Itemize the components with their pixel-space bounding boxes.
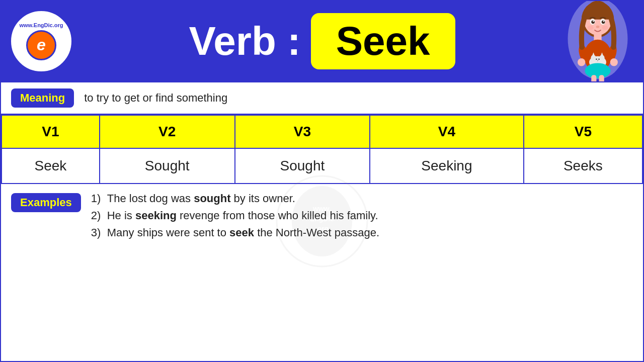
verb-word: Seek <box>336 18 430 64</box>
content-area: www. EngDic .org Meaning to try to get o… <box>1 81 643 361</box>
col-v4: V4 <box>370 115 523 148</box>
svg-point-24 <box>603 21 605 22</box>
col-v5: V5 <box>524 115 642 148</box>
svg-point-14 <box>598 59 600 60</box>
table-header-row: V1 V2 V3 V4 V5 <box>2 115 642 148</box>
verb-highlight-box: Seek <box>311 13 455 69</box>
col-v1: V1 <box>2 115 100 148</box>
example-text-2: He is seeking revenge from those who kil… <box>107 209 378 222</box>
svg-point-7 <box>610 58 618 66</box>
bold-seek: seek <box>229 226 254 239</box>
col-v3: V3 <box>235 115 370 148</box>
cell-v5: Seeks <box>524 148 642 184</box>
cell-v4: Seeking <box>370 148 523 184</box>
svg-point-15 <box>585 63 611 78</box>
list-item: 2) He is seeking revenge from those who … <box>91 209 379 222</box>
examples-section: Examples 1) The lost dog was sought by i… <box>1 184 643 361</box>
page-container: www.EngDic.org e Verb : Seek <box>0 0 644 362</box>
header-title: Verb : <box>189 18 300 64</box>
example-text-3: Many ships were sent to seek the North-W… <box>107 226 379 239</box>
logo-e-circle: e <box>26 30 56 60</box>
girl-illustration <box>557 1 638 81</box>
bold-seeking: seeking <box>135 209 177 222</box>
svg-point-26 <box>588 26 594 30</box>
example-num-3: 3) <box>91 226 103 239</box>
table-data-row: Seek Sought Sought Seeking Seeks <box>2 148 642 184</box>
verb-forms-table: V1 V2 V3 V4 V5 Seek Sought Sought Seekin… <box>1 115 643 184</box>
col-v2: V2 <box>100 115 235 148</box>
example-num-1: 1) <box>91 192 103 205</box>
list-item: 1) The lost dog was sought by its owner. <box>91 192 379 205</box>
cell-v3: Sought <box>235 148 370 184</box>
logo: www.EngDic.org e <box>11 11 71 71</box>
example-num-2: 2) <box>91 209 103 222</box>
svg-rect-16 <box>591 75 596 81</box>
svg-point-10 <box>599 55 604 61</box>
logo-text: www.EngDic.org <box>20 22 63 29</box>
cell-v2: Sought <box>100 148 235 184</box>
meaning-row: Meaning to try to get or find something <box>1 81 643 115</box>
examples-badge: Examples <box>11 193 81 212</box>
logo-e-letter: e <box>37 36 46 54</box>
svg-rect-17 <box>599 75 604 81</box>
svg-point-6 <box>578 58 585 66</box>
svg-point-23 <box>593 21 594 22</box>
cell-v1: Seek <box>2 148 100 184</box>
list-item: 3) Many ships were sent to seek the Nort… <box>91 226 379 239</box>
bold-sought-1: sought <box>194 192 230 205</box>
meaning-text: to try to get or find something <box>84 92 227 105</box>
header: www.EngDic.org e Verb : Seek <box>1 1 643 81</box>
example-text-1: The lost dog was sought by its owner. <box>107 192 295 205</box>
girl-svg <box>560 1 635 81</box>
svg-point-27 <box>602 26 608 30</box>
svg-point-25 <box>596 26 600 28</box>
examples-list: 1) The lost dog was sought by its owner.… <box>91 192 379 243</box>
svg-point-9 <box>591 55 596 61</box>
meaning-badge: Meaning <box>11 88 74 108</box>
svg-point-13 <box>596 59 597 60</box>
